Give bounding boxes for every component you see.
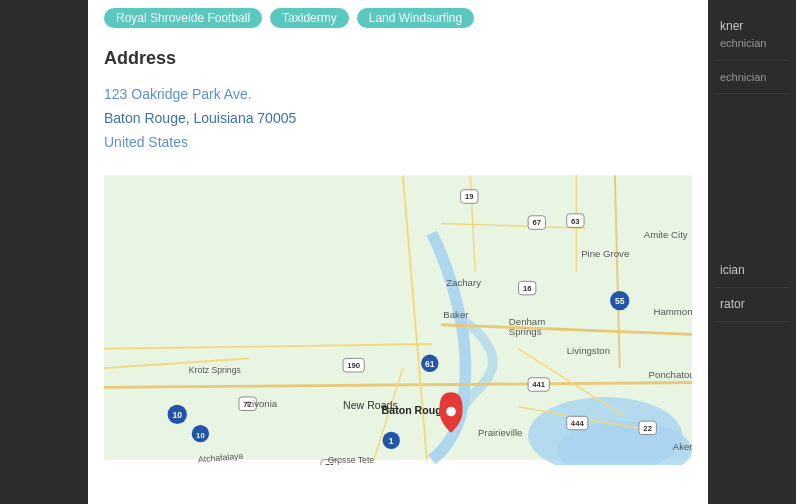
- svg-text:444: 444: [571, 419, 585, 428]
- svg-text:Springs: Springs: [509, 327, 542, 338]
- map-svg: 19 67 63 10 77 190 76 1 61: [104, 170, 692, 465]
- svg-text:Amite City: Amite City: [644, 229, 688, 240]
- svg-text:Livingston: Livingston: [567, 345, 610, 356]
- svg-text:Livonia: Livonia: [247, 398, 278, 409]
- sidebar-item-4: rator: [716, 288, 788, 322]
- address-heading: Address: [104, 48, 692, 69]
- sidebar-right-text-3: ician: [720, 263, 745, 277]
- svg-text:190: 190: [347, 361, 360, 370]
- svg-text:16: 16: [523, 284, 532, 293]
- svg-text:Ponchatoula: Ponchatoula: [649, 369, 692, 380]
- svg-text:Prairieville: Prairieville: [478, 427, 522, 438]
- sidebar-right-sub-1: echnician: [720, 37, 766, 49]
- sidebar-item-3: ician: [716, 254, 788, 288]
- sidebar-item-2: echnician: [716, 61, 788, 95]
- svg-text:55: 55: [615, 297, 625, 307]
- svg-text:Denham: Denham: [509, 316, 545, 327]
- address-line2[interactable]: Baton Rouge, Louisiana 70005: [104, 107, 692, 131]
- sidebar-right-text-2: echnician: [720, 71, 766, 83]
- svg-text:Baker: Baker: [443, 309, 469, 320]
- svg-text:1: 1: [389, 437, 394, 447]
- svg-text:61: 61: [425, 360, 435, 370]
- svg-text:Krotz Springs: Krotz Springs: [189, 365, 242, 375]
- svg-text:Pine Grove: Pine Grove: [581, 249, 629, 260]
- address-section: Address 123 Oakridge Park Ave. Baton Rou…: [88, 28, 708, 170]
- tags-area: Royal Shroveide Football Taxidermy Land …: [88, 0, 708, 28]
- tag-football[interactable]: Royal Shroveide Football: [104, 8, 262, 28]
- sidebar-left: [0, 0, 88, 504]
- address-line1[interactable]: 123 Oakridge Park Ave.: [104, 83, 692, 107]
- main-content: Royal Shroveide Football Taxidermy Land …: [88, 0, 708, 504]
- tag-windsurfing[interactable]: Land Windsurfing: [357, 8, 474, 28]
- svg-point-69: [446, 407, 456, 417]
- sidebar-item-1: kner echnician: [716, 10, 788, 61]
- sidebar-right: kner echnician echnician ician rator: [708, 0, 796, 504]
- sidebar-right-text-1: kner: [720, 19, 743, 33]
- sidebar-right-content: kner echnician echnician ician rator: [708, 0, 796, 332]
- svg-text:10: 10: [172, 411, 182, 421]
- svg-text:Grosse Tete: Grosse Tete: [328, 455, 375, 465]
- svg-text:Hammond: Hammond: [653, 306, 692, 317]
- svg-text:10: 10: [196, 431, 205, 440]
- tag-taxidermy[interactable]: Taxidermy: [270, 8, 349, 28]
- svg-text:67: 67: [533, 219, 542, 228]
- map-container[interactable]: 19 67 63 10 77 190 76 1 61: [104, 170, 692, 465]
- svg-text:National: National: [194, 465, 226, 466]
- svg-text:Zachary: Zachary: [446, 278, 481, 289]
- sidebar-right-text-4: rator: [720, 297, 745, 311]
- svg-text:Baton Rouge: Baton Rouge: [382, 405, 448, 417]
- svg-text:19: 19: [465, 193, 474, 202]
- svg-text:63: 63: [571, 217, 580, 226]
- address-line3[interactable]: United States: [104, 131, 692, 155]
- svg-text:Akers: Akers: [673, 441, 692, 452]
- svg-text:22: 22: [643, 424, 652, 433]
- svg-text:441: 441: [532, 381, 546, 390]
